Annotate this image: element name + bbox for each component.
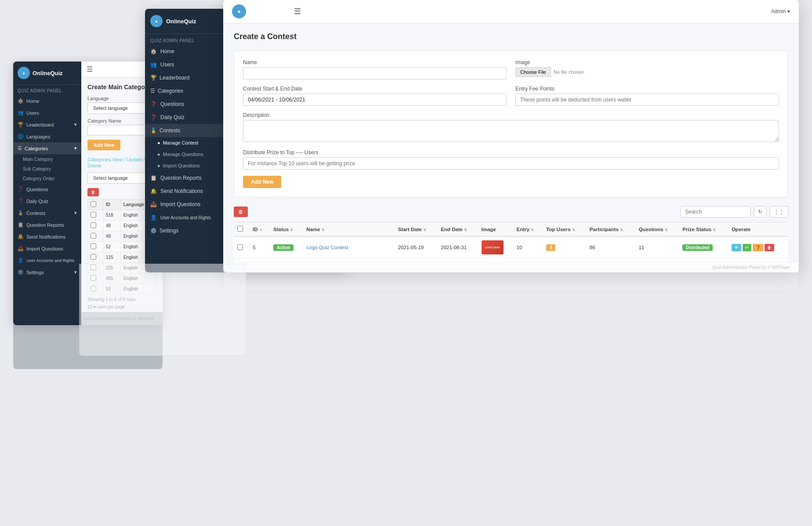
th-questions[interactable]: Questions ⇅ [635, 222, 679, 237]
front-body: Create a Contest Name Image Choose File … [223, 23, 799, 262]
add-new-contest-btn[interactable]: Add New [243, 176, 281, 188]
languages-icon: 🌐 [18, 134, 24, 139]
back-nav-languages[interactable]: 🌐Languages [13, 131, 81, 142]
users-icon: 👥 [18, 110, 24, 116]
name-label: Name [243, 59, 507, 65]
front-page-title: Create a Contest [234, 32, 788, 41]
file-choose-btn[interactable]: Choose File [515, 67, 551, 77]
mid-home-icon: 🏠 [150, 48, 157, 54]
front-hamburger[interactable]: ☰ [294, 7, 301, 16]
form-col-entry-fee: Entry Fee Points [515, 86, 779, 106]
back-add-new-btn[interactable]: Add New [87, 140, 120, 150]
select-all-contests[interactable] [237, 226, 243, 232]
row-checkbox[interactable] [91, 265, 96, 270]
th-top-users[interactable]: Top Users ⇅ [543, 222, 586, 237]
back-nav-users[interactable]: 👥Users [13, 107, 81, 119]
distribute-input[interactable] [243, 157, 779, 170]
q-btn-5[interactable]: ❓ [753, 244, 763, 251]
categories-icon: ☰ [18, 145, 22, 151]
back-select-all[interactable] [91, 201, 96, 207]
mid-manage-q-dot: ● [157, 152, 160, 157]
th-prize-status[interactable]: Prize Status ⇅ [679, 222, 728, 237]
sort-name-icon: ⇅ [322, 228, 325, 232]
th-checkbox [234, 222, 249, 237]
th-id[interactable]: ID ▼ [249, 222, 270, 237]
mid-contests-icon: 🏅 [150, 127, 157, 134]
back-col-checkbox [88, 200, 103, 210]
notif-icon: 🔔 [18, 234, 24, 239]
back-nav-contests[interactable]: 🏅Contests▾ [13, 207, 81, 219]
back-nav-categories[interactable]: ☰Categories▾ [13, 142, 81, 154]
leaderboard-icon: 🏆 [18, 122, 24, 127]
th-participants[interactable]: Participants ⇅ [586, 222, 635, 237]
entry-fee-input[interactable] [515, 94, 779, 106]
back-nav-home[interactable]: 🏠Home [13, 95, 81, 107]
back-sub-category-order[interactable]: Category Order [13, 174, 81, 183]
back-nav-daily-quiz[interactable]: ❓Daily Quiz [13, 195, 81, 207]
mid-logo-text: OnlineQuiz [166, 18, 196, 25]
front-footer: Quiz Administrator Panel by © WRTeam [223, 262, 799, 272]
back-sub-sub-category[interactable]: Sub Category [13, 164, 81, 174]
back-rows-per-page: 10 ▾ rows per page [87, 305, 156, 309]
row-checkbox[interactable] [91, 243, 96, 249]
date-input[interactable] [243, 94, 507, 106]
name-input[interactable] [243, 67, 507, 80]
del-btn-5[interactable]: 🗑 [765, 244, 774, 251]
description-textarea[interactable] [243, 120, 779, 142]
back-nav-send-notif[interactable]: 🔔Send Notifications [13, 231, 81, 243]
th-name[interactable]: Name ⇅ [303, 222, 395, 237]
mid-qr-icon: 📋 [150, 175, 157, 181]
back-nav-question-reports[interactable]: 📋Question Reports [13, 219, 81, 231]
row-checkbox[interactable] [91, 212, 96, 218]
back-delete-btn[interactable]: 🗑 [87, 188, 99, 196]
contest-name-5[interactable]: Logo Quiz Contest [306, 245, 348, 250]
back-admin-label: Quiz Admin Panel [13, 85, 81, 95]
row-checkbox-5[interactable] [237, 244, 243, 250]
back-showing-text: Showing 1 to 8 of 8 rows [87, 297, 156, 302]
back-nav-questions[interactable]: ❓Questions [13, 183, 81, 195]
row-checkbox[interactable] [91, 222, 96, 228]
back-footer: Quiz Administrator Panel by © WRTeam [81, 314, 158, 323]
sort-top-icon: ⇅ [572, 228, 575, 232]
front-admin-dropdown[interactable]: Admin ▾ [771, 8, 790, 15]
back-nav-leaderboard[interactable]: 🏆Leaderboard▾ [13, 119, 81, 131]
form-row-3: Description [243, 112, 779, 143]
form-col-date: Contest Start & End Date [243, 86, 507, 106]
back-col-id: ID [103, 200, 120, 210]
th-status[interactable]: Status ⇅ [270, 222, 303, 237]
back-logo: ● OnlineQuiz [13, 62, 81, 85]
sort-id-icon: ▼ [259, 228, 263, 232]
row-checkbox[interactable] [91, 286, 96, 291]
back-sidebar: ● OnlineQuiz Quiz Admin Panel 🏠Home 👥Use… [13, 62, 81, 325]
back-nav-settings[interactable]: ⚙️Settings▾ [13, 266, 81, 278]
mid-users-icon: 👥 [150, 62, 157, 68]
create-contest-form: Name Image Choose File No file chosen Co… [234, 50, 788, 197]
row-checkbox[interactable] [91, 254, 96, 260]
th-start-date[interactable]: Start Date ⇅ [395, 222, 438, 237]
questions-icon: ❓ [18, 186, 24, 192]
edit-btn-5[interactable]: ✏ [743, 244, 751, 251]
table-row: 455English [88, 273, 156, 284]
delete-selected-btn[interactable]: 🗑 [234, 207, 248, 217]
back-nav-import-q[interactable]: 📥Import Questions [13, 243, 81, 254]
mid-notif-icon: 🔔 [150, 188, 157, 194]
view-btn-5[interactable]: 👁 [732, 244, 741, 251]
settings-icon: ⚙️ [18, 269, 24, 275]
th-end-date[interactable]: End Date ⇅ [437, 222, 478, 237]
back-sub-main-category[interactable]: Main Category [13, 154, 81, 164]
mid-import-q-dot: ● [157, 163, 160, 168]
file-input-wrap: Choose File No file chosen [515, 67, 779, 77]
form-col-distribute: Distribute Prize to Top ---- Users [243, 149, 779, 170]
mid-cat-icon: ☰ [150, 88, 155, 94]
column-toggle-btn[interactable]: ⋮⋮ [770, 206, 788, 218]
toolbar-right: ↻ ⋮⋮ [680, 206, 788, 218]
row-checkbox[interactable] [91, 275, 96, 281]
row-checkbox[interactable] [91, 233, 96, 239]
sort-prize-icon: ⇅ [713, 228, 716, 232]
contest-search-input[interactable] [680, 206, 750, 218]
refresh-btn[interactable]: ↻ [754, 206, 766, 218]
back-hamburger[interactable]: ☰ [87, 65, 93, 73]
th-entry[interactable]: Entry ⇅ [513, 222, 543, 237]
import-icon: 📥 [18, 246, 24, 251]
back-nav-user-accounts[interactable]: 👤User Accounts and Rights [13, 254, 81, 266]
